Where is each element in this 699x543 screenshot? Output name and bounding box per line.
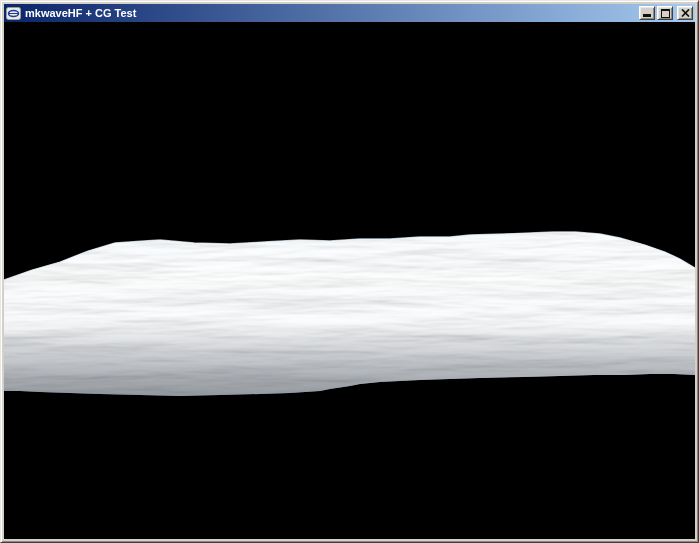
water-texture [4, 222, 695, 402]
maximize-icon [661, 9, 670, 18]
window-controls [639, 6, 693, 20]
close-icon [681, 9, 690, 17]
water-near-shading [4, 222, 695, 402]
maximize-button[interactable] [657, 6, 673, 20]
minimize-button[interactable] [639, 6, 655, 20]
viewport[interactable] [4, 22, 695, 539]
app-window: mkwaveHF + CG Test [0, 0, 699, 543]
window-title: mkwaveHF + CG Test [25, 4, 136, 22]
water-render [4, 22, 695, 539]
title-bar[interactable]: mkwaveHF + CG Test [4, 4, 695, 22]
close-button[interactable] [677, 6, 693, 20]
app-icon[interactable] [6, 7, 21, 20]
minimize-icon [643, 14, 651, 17]
